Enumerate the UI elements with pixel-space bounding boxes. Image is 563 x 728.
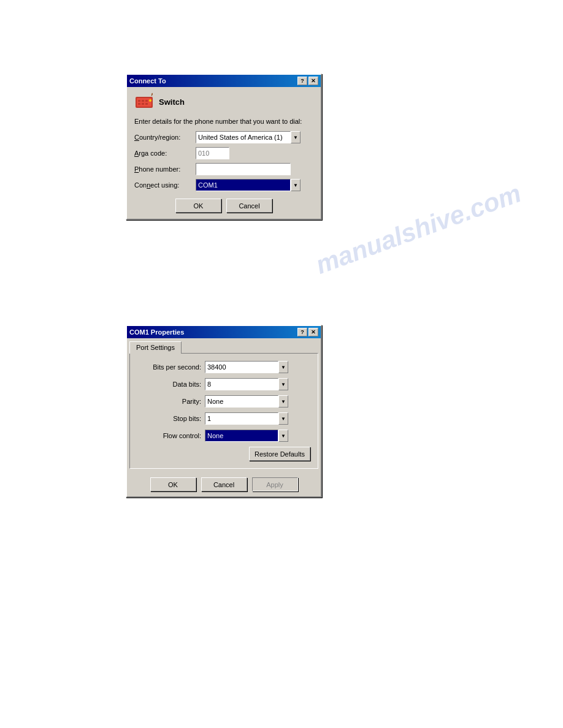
connect-to-title-text: Connect To [129,77,166,85]
svg-rect-1 [137,98,151,107]
connect-to-title-bar: Connect To ? ✕ [127,75,321,87]
svg-rect-3 [142,100,144,102]
connect-to-ok-button[interactable]: OK [175,199,221,213]
bits-per-second-dropdown-btn[interactable]: ▼ [278,361,288,373]
parity-label: Parity: [137,398,205,405]
flow-control-row: Flow control: ▼ [137,430,310,442]
com1-cancel-button[interactable]: Cancel [201,477,247,491]
area-code-input[interactable] [196,147,229,159]
flow-control-label: Flow control: [137,432,205,439]
help-button[interactable]: ? [297,77,307,85]
com1-help-button[interactable]: ? [297,328,307,336]
country-region-label: Country/region: [134,134,196,141]
com1-properties-dialog: COM1 Properties ? ✕ Port Settings Bits p… [126,325,322,498]
stop-bits-dropdown-btn[interactable]: ▼ [278,412,288,425]
area-underline: A [134,150,139,157]
bits-per-second-input[interactable] [205,361,278,373]
connect-using-input[interactable] [196,179,291,191]
restore-defaults-row: Restore Defaults [137,447,310,461]
connect-to-title-label: Connect To [129,77,166,85]
phone-number-row: Phone number: [134,163,313,175]
stop-bits-control: ▼ [205,412,288,425]
com1-apply-button[interactable]: Apply [252,477,298,491]
com1-title-bar-buttons: ? ✕ [297,328,318,336]
stop-bits-label: Stop bits: [137,415,205,422]
flow-control-dropdown-btn[interactable]: ▼ [278,430,288,442]
port-settings-tab[interactable]: Port Settings [129,341,182,354]
flow-control-control: ▼ [205,430,288,442]
svg-rect-6 [142,103,144,105]
connect-to-body: Switch Enter details for the phone numbe… [127,87,321,219]
close-button[interactable]: ✕ [308,77,318,85]
phone-underline: P [134,165,139,173]
parity-row: Parity: ▼ [137,395,310,408]
connect-using-row: Connect using: ▼ [134,179,313,191]
data-bits-row: Data bits: ▼ [137,378,310,390]
com1-tab-bar: Port Settings [127,338,321,353]
connect-to-button-row: OK Cancel [134,199,313,213]
com1-ok-button[interactable]: OK [150,477,196,491]
svg-rect-5 [138,103,140,105]
com1-close-button[interactable]: ✕ [308,328,318,336]
watermark: manualshive.com [312,178,525,280]
stop-bits-input[interactable] [205,412,278,425]
phone-number-label: Phone number: [134,165,196,173]
svg-rect-2 [138,100,140,102]
com1-bottom-buttons: OK Cancel Apply [127,474,321,496]
bits-per-second-control: ▼ [205,361,288,373]
svg-rect-7 [145,103,148,105]
data-bits-input[interactable] [205,378,278,390]
svg-point-8 [149,99,151,102]
country-region-dropdown-btn[interactable]: ▼ [291,131,301,143]
connect-using-control: ▼ [196,179,301,191]
country-region-input[interactable] [196,131,291,143]
com1-title-text: COM1 Properties [129,328,184,336]
connect-n-underline: n [147,181,150,189]
area-code-label: Arga code: [134,150,196,157]
title-bar-buttons: ? ✕ [297,77,318,85]
data-bits-label: Data bits: [137,381,205,388]
connect-to-cancel-button[interactable]: Cancel [226,199,272,213]
com1-title-label: COM1 Properties [129,328,184,336]
country-region-row: Country/region: ▼ [134,131,313,143]
connect-to-dialog: Connect To ? ✕ [126,74,322,220]
port-settings-content: Bits per second: ▼ Data bits: ▼ Parity: … [129,353,318,469]
country-region-control: ▼ [196,131,301,143]
connect-using-dropdown-btn[interactable]: ▼ [291,179,301,191]
parity-input[interactable] [205,395,278,408]
connect-description: Enter details for the phone number that … [134,118,313,125]
phone-number-input[interactable] [196,163,291,175]
parity-control: ▼ [205,395,288,408]
switch-label: Switch [159,97,185,107]
flow-control-input[interactable] [205,430,278,442]
stop-bits-row: Stop bits: ▼ [137,412,310,425]
connect-icon-row: Switch [134,92,313,112]
com1-title-bar: COM1 Properties ? ✕ [127,326,321,338]
data-bits-dropdown-btn[interactable]: ▼ [278,378,288,390]
svg-rect-4 [145,100,148,102]
area-code-row: Arga code: [134,147,313,159]
parity-dropdown-btn[interactable]: ▼ [278,395,288,408]
data-bits-control: ▼ [205,378,288,390]
bits-per-second-label: Bits per second: [137,363,205,371]
country-underline: C [134,134,139,141]
switch-icon [134,92,154,112]
bits-per-second-row: Bits per second: ▼ [137,361,310,373]
restore-defaults-button[interactable]: Restore Defaults [249,447,310,461]
connect-using-label: Connect using: [134,181,196,189]
